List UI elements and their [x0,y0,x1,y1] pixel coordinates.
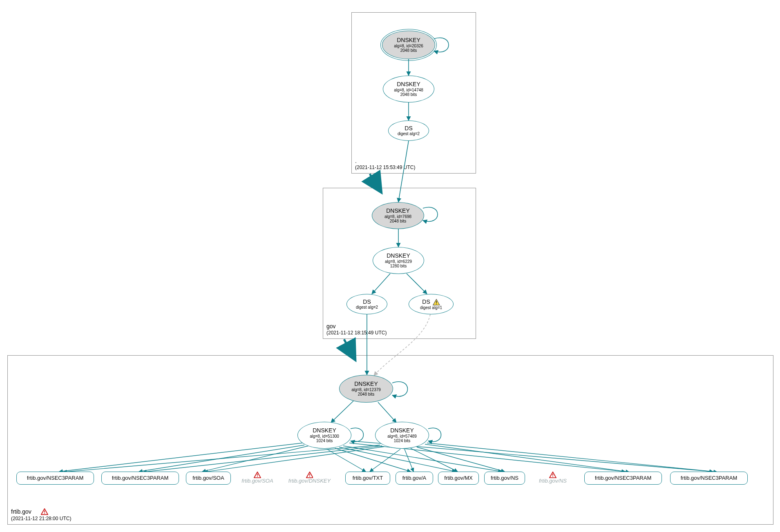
node-frtib-zsk1[interactable]: DNSKEY alg=8, id=51300 1024 bits [297,422,351,449]
node-gov-zsk[interactable]: DNSKEY alg=8, id=6229 1280 bits [373,247,424,274]
error-icon [41,508,48,515]
warning-icon [433,299,440,305]
node-root-ksk[interactable]: DNSKEY alg=8, id=20326 2048 bits [382,31,435,59]
error-icon [254,472,261,478]
error-icon [306,472,313,478]
zone-gov-label: gov (2021-11-12 18:15:49 UTC) [326,323,387,336]
svg-rect-37 [257,476,258,477]
rrset-ns-phantom: frtib.gov/NS [530,470,575,486]
svg-rect-36 [257,474,258,475]
svg-rect-2 [44,513,45,514]
svg-rect-40 [309,476,310,477]
error-icon [549,472,557,478]
svg-rect-43 [552,476,553,477]
rrset-nsec3param-2[interactable]: frtib.gov/NSEC3PARAM [584,472,662,485]
rrset-dnskey-phantom: frtib.gov/DNSKEY [282,470,337,486]
node-gov-ksk[interactable]: DNSKEY alg=8, id=7698 2048 bits [372,202,424,229]
node-gov-ds1[interactable]: DS digest alg=2 [346,294,387,314]
svg-rect-34 [436,303,437,304]
node-gov-ds2[interactable]: DS digest alg=1 [409,294,454,314]
svg-rect-42 [552,474,553,475]
rrset-nsec3param-0[interactable]: frtib.gov/NSEC3PARAM [16,472,94,485]
dnssec-graph-canvas: . (2021-11-12 15:53:49 UTC) gov (2021-11… [0,0,780,532]
svg-line-11 [344,339,352,354]
rrset-nsec3param-3[interactable]: frtib.gov/NSEC3PARAM [670,472,748,485]
rrset-a[interactable]: frtib.gov/A [396,472,433,485]
node-frtib-ksk[interactable]: DNSKEY alg=8, id=12379 2048 bits [339,375,393,403]
svg-rect-1 [44,511,45,512]
zone-frtib-label: frtib.gov (2021-11-12 21:28:00 UTC) [11,508,71,522]
svg-rect-33 [436,301,437,303]
svg-line-6 [370,174,378,187]
rrset-nsec3param-1[interactable]: frtib.gov/NSEC3PARAM [101,472,179,485]
node-frtib-zsk2[interactable]: DNSKEY alg=8, id=57489 1024 bits [375,422,429,449]
rrset-soa[interactable]: frtib.gov/SOA [186,472,231,485]
svg-rect-39 [309,474,310,475]
node-root-zsk[interactable]: DNSKEY alg=8, id=14748 2048 bits [383,76,434,102]
rrset-soa-phantom: frtib.gov/SOA [235,470,280,486]
node-root-ds[interactable]: DS digest alg=2 [388,120,429,141]
rrset-mx[interactable]: frtib.gov/MX [438,472,479,485]
rrset-ns[interactable]: frtib.gov/NS [484,472,525,485]
rrset-txt[interactable]: frtib.gov/TXT [345,472,390,485]
zone-root-label: . (2021-11-12 15:53:49 UTC) [355,158,415,171]
